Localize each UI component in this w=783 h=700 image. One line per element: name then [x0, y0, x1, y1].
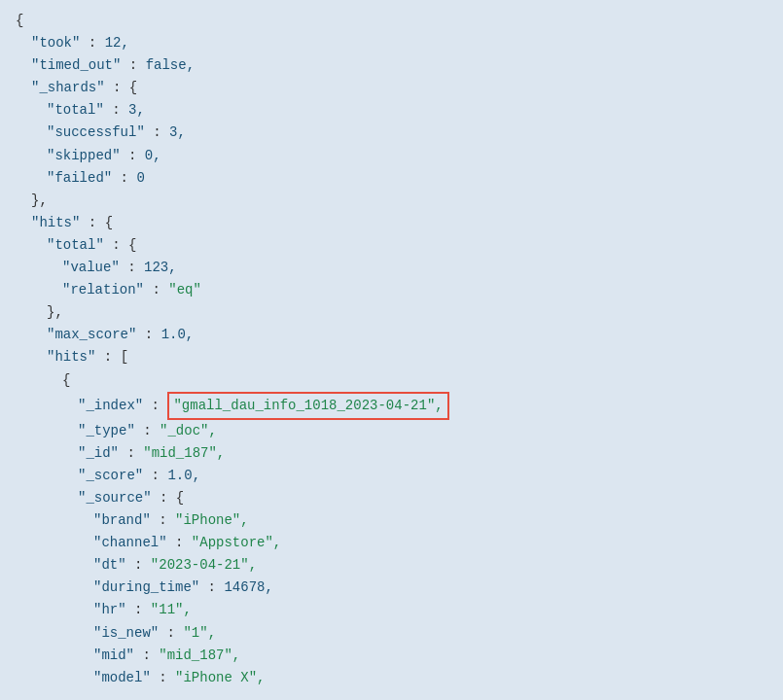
json-value: 3,: [169, 122, 186, 144]
json-value: 3,: [128, 99, 145, 122]
json-line: "value" : 123,: [16, 257, 767, 279]
json-line: "model" : "iPhone X",: [16, 667, 767, 689]
json-colon: :: [105, 77, 129, 99]
json-value: "1",: [183, 622, 216, 645]
json-value: false,: [146, 54, 195, 77]
json-line: "_shards" : {: [16, 77, 767, 99]
json-colon: :: [199, 577, 224, 599]
punctuation: },: [31, 190, 48, 212]
json-key: "value": [62, 257, 120, 279]
json-key: "skipped": [47, 145, 121, 167]
json-key: "_score": [78, 465, 143, 487]
punctuation: {: [62, 369, 70, 392]
json-colon: :: [112, 167, 136, 190]
json-colon: :: [119, 442, 143, 465]
json-value: 12,: [105, 32, 129, 54]
json-line: "failed" : 0: [16, 167, 767, 190]
json-key: "total": [47, 99, 104, 122]
json-line: "took" : 12,: [16, 32, 767, 54]
json-colon: :: [120, 257, 144, 279]
json-colon: :: [80, 212, 104, 234]
json-key: "brand": [93, 509, 151, 532]
json-key: "relation": [62, 279, 144, 301]
json-value: {: [176, 487, 184, 509]
json-key: "model": [93, 667, 151, 689]
json-colon: :: [135, 420, 160, 442]
json-line: "is_new" : "1",: [16, 622, 767, 645]
json-colon: :: [143, 395, 167, 417]
json-value: 14678,: [224, 577, 272, 599]
json-value: "eq": [168, 279, 201, 301]
json-line: "skipped" : 0,: [16, 145, 767, 167]
json-value: "mid_187",: [159, 645, 240, 667]
json-value: 123,: [144, 257, 177, 279]
json-value: 0: [136, 167, 144, 190]
json-value: "2023-04-21",: [151, 554, 257, 577]
json-line: "_source" : {: [16, 487, 767, 509]
json-key: "failed": [47, 167, 112, 190]
json-value: "Appstore",: [192, 532, 281, 554]
json-key: "channel": [93, 532, 167, 554]
json-line: {: [16, 10, 767, 32]
json-key: "mid": [93, 645, 134, 667]
json-value: 0,: [145, 145, 161, 167]
json-line: "_score" : 1.0,: [16, 465, 767, 487]
json-line: "max_score" : 1.0,: [16, 324, 767, 346]
punctuation: {: [16, 10, 23, 32]
json-line: },: [16, 301, 767, 324]
json-colon: :: [80, 32, 104, 54]
json-line: "during_time" : 14678,: [16, 577, 767, 599]
json-line: "_type" : "_doc",: [16, 420, 767, 442]
highlighted-value: "gmall_dau_info_1018_2023-04-21",: [167, 392, 448, 420]
json-colon: :: [136, 324, 160, 346]
punctuation: },: [47, 301, 63, 324]
json-value: "mid_187",: [143, 442, 225, 465]
json-line: "successful" : 3,: [16, 122, 767, 144]
json-line: "timed_out" : false,: [16, 54, 767, 77]
json-line: "_index" : "gmall_dau_info_1018_2023-04-…: [16, 392, 767, 420]
json-colon: :: [152, 487, 176, 509]
json-line: "channel" : "Appstore",: [16, 532, 767, 554]
json-line: "total" : 3,: [16, 99, 767, 122]
json-colon: :: [126, 554, 151, 577]
json-key: "_source": [78, 487, 152, 509]
json-viewer: {"took" : 12,"timed_out" : false,"_shard…: [0, 0, 783, 700]
json-colon: :: [95, 346, 120, 368]
json-line: "dt" : "2023-04-21",: [16, 554, 767, 577]
json-key: "total": [47, 234, 104, 257]
json-line: "relation" : "eq": [16, 279, 767, 301]
json-colon: :: [167, 532, 192, 554]
json-key: "hr": [93, 599, 126, 621]
json-value: {: [129, 77, 137, 99]
json-colon: :: [104, 99, 128, 122]
json-colon: :: [134, 645, 159, 667]
json-key: "_index": [78, 395, 143, 417]
json-key: "timed_out": [31, 54, 121, 77]
json-line: "hr" : "11",: [16, 599, 767, 621]
json-colon: :: [104, 234, 128, 257]
json-key: "dt": [93, 554, 126, 577]
json-line: },: [16, 190, 767, 212]
json-line: {: [16, 369, 767, 392]
json-key: "took": [31, 32, 80, 54]
json-colon: :: [121, 54, 145, 77]
json-line: "_id" : "mid_187",: [16, 442, 767, 465]
json-value: "_doc",: [160, 420, 217, 442]
json-value: "iPhone",: [175, 509, 249, 532]
json-colon: :: [126, 599, 151, 621]
json-colon: :: [145, 122, 169, 144]
json-key: "successful": [47, 122, 145, 144]
json-key: "hits": [31, 212, 80, 234]
json-key: "is_new": [93, 622, 159, 645]
json-value: "11",: [151, 599, 192, 621]
json-key: "during_time": [93, 577, 199, 599]
json-key: "_id": [78, 442, 119, 465]
json-colon: :: [151, 509, 175, 532]
json-value: "iPhone X",: [175, 667, 265, 689]
json-value: 1.0,: [161, 324, 195, 346]
json-colon: :: [144, 279, 168, 301]
json-line: "brand" : "iPhone",: [16, 509, 767, 532]
json-line: "mid" : "mid_187",: [16, 645, 767, 667]
json-key: "max_score": [47, 324, 136, 346]
json-value: {: [105, 212, 113, 234]
